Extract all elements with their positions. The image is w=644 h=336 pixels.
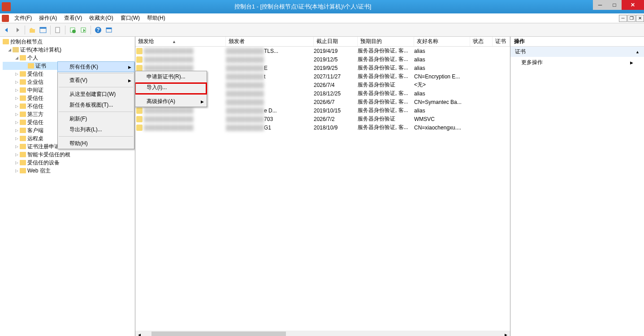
tree-panel: 控制台根节点 ◢证书(本地计算机) ◢个人 证书 ▷受信任▷企业信▷中间证▷受信… [0, 37, 135, 336]
col-issued-by[interactable]: 颁发者 [226, 37, 314, 46]
list-item[interactable]: ███████████████████████e D...2019/10/15服… [135, 106, 510, 115]
expand-icon[interactable]: ▷ [15, 160, 20, 165]
folder-icon [28, 63, 34, 69]
col-issued-to[interactable]: 颁发给▲ [135, 37, 226, 46]
menu-label: 刷新(F) [69, 115, 87, 123]
menu-refresh[interactable]: 刷新(F) [58, 113, 134, 124]
actions-header: 操作 [510, 37, 644, 47]
menu-new-taskpad[interactable]: 新任务板视图(T)... [58, 99, 134, 110]
certificate-icon [136, 125, 143, 131]
copy-button[interactable] [53, 25, 63, 35]
mdi-close-button[interactable]: ✕ [636, 15, 644, 22]
minimize-button[interactable]: ─ [593, 0, 607, 10]
actions-section-title[interactable]: 证书 ▲ [510, 47, 644, 57]
mdi-restore-button[interactable]: ❐ [627, 15, 635, 22]
expand-icon[interactable]: ▷ [15, 128, 20, 133]
actions-more[interactable]: 更多操作 ▶ [510, 57, 644, 68]
menu-bar: 文件(F) 操作(A) 查看(V) 收藏夹(O) 窗口(W) 帮助(H) ─ ❐… [0, 13, 644, 23]
mdi-minimize-button[interactable]: ─ [619, 15, 627, 22]
tree-label: 证书 [35, 62, 46, 70]
expand-icon[interactable]: ▷ [15, 120, 20, 125]
menu-view[interactable]: 查看(V)▶ [58, 75, 134, 86]
cell-issued-by-suffix: TLS... [264, 48, 278, 54]
col-purpose[interactable]: 预期目的 [358, 37, 414, 46]
close-button[interactable]: ✕ [622, 0, 644, 10]
col-exp[interactable]: 截止日期 [314, 37, 358, 46]
expand-icon[interactable]: ▷ [15, 136, 20, 141]
folder-icon [20, 144, 26, 149]
col-friendly[interactable]: 友好名称 [414, 37, 470, 46]
menu-all-tasks[interactable]: 所有任务(K)▶ [57, 61, 134, 72]
refresh-button[interactable] [68, 25, 78, 35]
cell-purpose: 服务器身份验证, 客... [358, 124, 408, 130]
menu-favorites[interactable]: 收藏夹(O) [86, 13, 117, 23]
folder-icon [20, 112, 26, 117]
cell-purpose: 服务器身份验证, 客... [358, 47, 408, 54]
view-options-button[interactable] [104, 25, 114, 35]
tree-label: 受信任的设备 [27, 159, 60, 167]
collapse-icon[interactable]: ◢ [8, 47, 13, 52]
menu-view[interactable]: 查看(V) [61, 13, 86, 23]
menu-request-new-cert[interactable]: 申请新证书(R)... [135, 71, 207, 82]
up-button[interactable] [27, 25, 37, 35]
tree-root[interactable]: 控制台根节点 [3, 38, 135, 46]
menu-file[interactable]: 文件(F) [11, 13, 35, 23]
back-button[interactable] [2, 25, 12, 35]
tree-label: 不信任 [27, 103, 43, 110]
expand-icon[interactable]: ▷ [15, 152, 20, 157]
submenu-arrow-icon: ▶ [630, 60, 633, 65]
tree-label: 中间证 [27, 86, 43, 94]
cell-issued-to: █████████████ [144, 116, 194, 122]
expand-icon[interactable]: ▷ [15, 112, 20, 116]
cell-issued-to: █████████████ [144, 48, 194, 54]
folder-icon [20, 168, 26, 173]
cell-purpose: 服务器身份验证, 客... [358, 107, 408, 113]
menu-import[interactable]: 导入(I)... [135, 82, 207, 93]
expand-icon[interactable]: ▷ [15, 88, 20, 92]
menu-advanced[interactable]: 高级操作(A)▶ [135, 96, 207, 107]
cell-issued-by-suffix: G1 [264, 125, 271, 131]
menu-help[interactable]: 帮助(H) [143, 13, 169, 23]
tree-cert-store[interactable]: ◢证书(本地计算机) [3, 46, 135, 54]
expand-icon[interactable]: ▷ [15, 72, 20, 76]
scroll-right-icon[interactable]: ▸ [502, 331, 510, 336]
maximize-button[interactable]: □ [607, 0, 622, 10]
col-status[interactable]: 状态 [470, 37, 493, 46]
scroll-thumb[interactable] [151, 332, 286, 336]
tree-item[interactable]: ▷智能卡受信任的根 [3, 151, 135, 159]
expand-icon[interactable]: ▷ [15, 96, 20, 100]
scroll-left-icon[interactable]: ◂ [135, 331, 143, 336]
expand-icon[interactable]: ▷ [15, 144, 20, 149]
tree-item[interactable]: ▷Web 宿主 [3, 167, 135, 175]
list-item[interactable]: ███████████████████████TLS...2019/4/19服务… [135, 47, 510, 55]
show-hide-tree-button[interactable] [38, 25, 48, 35]
tree-label: 客户端 [27, 127, 43, 134]
certificate-icon [136, 48, 143, 54]
tree-personal[interactable]: ◢个人 [3, 54, 135, 62]
cell-purpose: 服务器身份验证, 客... [358, 90, 408, 96]
list-item[interactable]: ███████████████████████7032026/7/2服务器身份验… [135, 115, 510, 123]
tree-item[interactable]: ▷受信任的设备 [3, 159, 135, 167]
cell-exp: 2018/12/25 [314, 90, 341, 97]
expand-icon[interactable]: ▷ [15, 104, 20, 108]
col-cert[interactable]: 证书 [493, 37, 510, 46]
help-button[interactable]: ? [93, 25, 103, 35]
list-item[interactable]: ███████████████████████2019/12/5服务器身份验证,… [135, 55, 510, 64]
menu-window[interactable]: 窗口(W) [117, 13, 143, 23]
export-button[interactable] [78, 25, 88, 35]
menu-label: 从这里创建窗口(W) [69, 90, 116, 98]
cell-friendly: alias [414, 65, 425, 71]
cell-exp: 2026/7/2 [314, 116, 335, 122]
horizontal-scrollbar[interactable]: ◂ ▸ [135, 331, 510, 336]
expand-icon[interactable]: ▷ [15, 168, 20, 173]
collapse-icon[interactable]: ◢ [15, 56, 20, 60]
collapse-up-icon[interactable]: ▲ [635, 50, 640, 54]
menu-new-window[interactable]: 从这里创建窗口(W) [58, 89, 134, 99]
expand-icon[interactable]: ▷ [15, 80, 20, 84]
menu-help[interactable]: 帮助(H) [58, 138, 134, 149]
menu-export-list[interactable]: 导出列表(L)... [58, 124, 134, 135]
forward-button[interactable] [13, 25, 22, 35]
cell-friendly: alias [414, 56, 425, 63]
list-item[interactable]: ███████████████████████G12018/10/9服务器身份验… [135, 123, 510, 132]
menu-action[interactable]: 操作(A) [35, 13, 61, 23]
